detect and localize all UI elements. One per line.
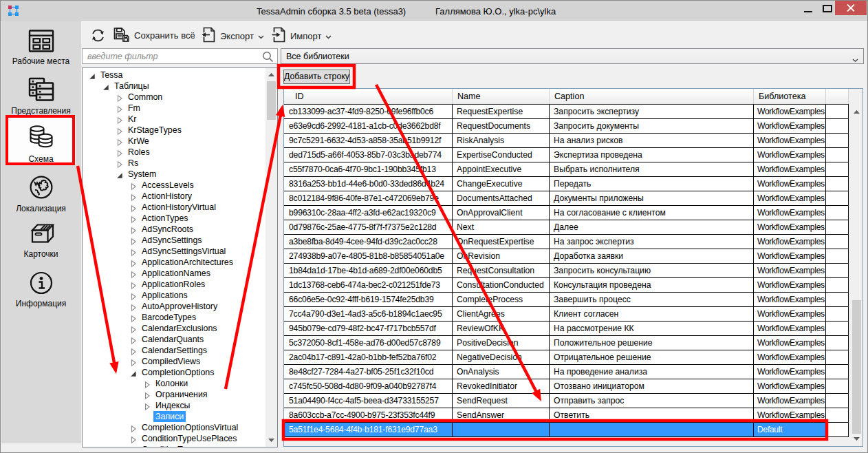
tree-node[interactable]: CompiledViews bbox=[130, 356, 202, 367]
tree-collapsed-icon[interactable] bbox=[144, 380, 151, 387]
table-row-selected[interactable]: 5a51f1e4-5684-4f4b-b181-f631e9d77aa3Defa… bbox=[284, 423, 849, 437]
sidebar-item-schema[interactable]: Схема bbox=[6, 116, 76, 165]
refresh-button[interactable] bbox=[90, 28, 111, 45]
column-header-Caption[interactable]: Caption bbox=[550, 89, 754, 104]
tree-collapsed-icon[interactable] bbox=[144, 402, 151, 409]
table-row[interactable]: 66c06e5e-0c92-4fff-b619-1574fe25db39Comp… bbox=[284, 293, 849, 307]
table-row[interactable]: 1b84da1d-17be-4b1d-a689-2df00e060db5Requ… bbox=[284, 264, 849, 278]
sidebar-item-info[interactable]: Информация bbox=[6, 267, 76, 307]
tree-node[interactable]: Fm bbox=[116, 103, 142, 114]
tree-collapsed-icon[interactable] bbox=[130, 358, 137, 365]
tree-node[interactable]: CompletionOptionsVirtual bbox=[130, 422, 240, 433]
tree-collapsed-icon[interactable] bbox=[116, 105, 123, 112]
tree-expanded-icon[interactable] bbox=[102, 83, 109, 89]
tree-collapsed-icon[interactable] bbox=[116, 149, 123, 156]
table-row[interactable]: 8c012184-9f86-40fe-87e1-c472069eb79eDocu… bbox=[284, 191, 849, 206]
table-row[interactable]: 945b079e-cd79-48f2-bc47-f717bcb557dfRevi… bbox=[284, 322, 849, 336]
table-row[interactable]: 5c372050-8cf1-458e-ad76-d00ed57c8789Posi… bbox=[284, 336, 849, 350]
save-all-button[interactable]: Сохранить всё bbox=[113, 27, 195, 44]
table-row[interactable]: a3be8fba-8d49-4cee-94fd-d39c2ac0cc28OnRe… bbox=[284, 235, 849, 249]
tree-node[interactable]: BarcodeTypes bbox=[130, 312, 198, 323]
tree-node[interactable]: Tessa bbox=[89, 70, 124, 81]
tree-collapsed-icon[interactable] bbox=[130, 259, 137, 266]
table-row[interactable]: 7cc4a790-d3e1-4ad3-a5c6-b1894c1aec95Clie… bbox=[284, 307, 849, 322]
tree-node[interactable]: ActionHistory bbox=[130, 191, 194, 202]
add-row-button[interactable]: Добавить строку bbox=[283, 70, 350, 84]
tree-node[interactable]: Колонки bbox=[144, 378, 190, 389]
tree-collapsed-icon[interactable] bbox=[130, 182, 137, 189]
tree-node[interactable]: ActionTypes bbox=[130, 213, 191, 224]
tree-node[interactable]: KrWe bbox=[116, 136, 151, 147]
tree-node[interactable]: Записи bbox=[144, 411, 186, 422]
tree-collapsed-icon[interactable] bbox=[130, 292, 137, 299]
table-row[interactable]: cb133099-ac37-4fd9-8250-69fe96ffb0c6Requ… bbox=[284, 105, 849, 119]
column-header-ID[interactable]: ID bbox=[284, 89, 453, 104]
tree-collapsed-icon[interactable] bbox=[130, 446, 137, 447]
table-row[interactable]: c55f7870-0ca6-4f70-9bc1-190bb345fb13Appo… bbox=[284, 162, 849, 177]
tree-collapsed-icon[interactable] bbox=[130, 303, 137, 310]
scroll-down-icon[interactable] bbox=[265, 434, 277, 446]
table-scrollbar-thumb[interactable] bbox=[852, 300, 861, 434]
tree-node[interactable]: Rs bbox=[116, 158, 140, 169]
tree-node[interactable]: Applications bbox=[130, 290, 190, 301]
table-row[interactable]: c745fc50-508d-4d80-9f09-a040b92787f4Revo… bbox=[284, 379, 849, 394]
scroll-up-icon[interactable] bbox=[265, 69, 277, 81]
tree-node[interactable]: ApplicationNames bbox=[130, 268, 213, 279]
maximize-button[interactable] bbox=[819, 1, 836, 16]
tree-node[interactable]: AdSyncSettingsVirtual bbox=[130, 246, 228, 257]
scroll-down-icon[interactable] bbox=[851, 433, 862, 445]
tree-node[interactable]: System bbox=[116, 169, 158, 180]
tree-node[interactable]: AccessLevels bbox=[130, 180, 196, 191]
tree-collapsed-icon[interactable] bbox=[130, 347, 137, 354]
table-scrollbar[interactable] bbox=[851, 105, 862, 446]
table-row[interactable]: 51a04490-f4cc-4af5-beea-d34733155257Send… bbox=[284, 394, 849, 408]
tree-collapsed-icon[interactable] bbox=[130, 336, 137, 343]
tree-node[interactable]: CalendarExclusions bbox=[130, 323, 219, 334]
tree-collapsed-icon[interactable] bbox=[130, 237, 137, 244]
tree-collapsed-icon[interactable] bbox=[130, 248, 137, 255]
tree-node[interactable]: AdSyncSettings bbox=[130, 235, 204, 246]
column-header-Библиотека[interactable]: Библиотека bbox=[754, 89, 826, 104]
import-button[interactable]: Импорт bbox=[272, 27, 332, 45]
tree-node[interactable]: Common bbox=[116, 92, 164, 103]
tree-node[interactable]: ApplicationRoles bbox=[130, 279, 207, 290]
tree-node[interactable]: KrStageTypes bbox=[116, 125, 184, 136]
tree-collapsed-icon[interactable] bbox=[130, 193, 137, 200]
table-row[interactable]: 1dc13768-ceb6-474a-bec2-c021251fde73Cons… bbox=[284, 278, 849, 293]
tree-collapsed-icon[interactable] bbox=[130, 435, 137, 442]
tree-node[interactable]: Индексы bbox=[144, 400, 193, 411]
tree-collapsed-icon[interactable] bbox=[130, 270, 137, 277]
table-row[interactable]: e63e9cd6-2992-4181-a1cb-c0de3662bd8fRequ… bbox=[284, 119, 849, 134]
sidebar-item-workspaces[interactable]: Рабочие места bbox=[6, 25, 76, 67]
close-button[interactable] bbox=[835, 1, 867, 15]
tree-collapsed-icon[interactable] bbox=[116, 94, 123, 101]
tree-collapsed-icon[interactable] bbox=[130, 314, 137, 321]
tree-collapsed-icon[interactable] bbox=[130, 325, 137, 332]
export-button[interactable]: Экспорт bbox=[202, 27, 264, 45]
table-row[interactable]: 9c7c5291-6632-4d53-a858-35ab51b9912fRisk… bbox=[284, 134, 849, 148]
tree-expanded-icon[interactable] bbox=[89, 72, 96, 78]
sidebar-item-cards[interactable]: Карточки bbox=[6, 218, 76, 260]
tree-scrollbar[interactable] bbox=[265, 68, 277, 447]
scroll-up-icon[interactable] bbox=[851, 106, 862, 118]
tree-collapsed-icon[interactable] bbox=[116, 160, 123, 167]
tree-collapsed-icon[interactable] bbox=[116, 116, 123, 123]
tree-collapsed-icon[interactable] bbox=[130, 226, 137, 233]
tree-node[interactable]: CalendarSettings bbox=[130, 345, 209, 356]
tree-node[interactable]: Ограничения bbox=[144, 389, 210, 400]
minimize-button[interactable] bbox=[799, 1, 819, 16]
sidebar-item-localization[interactable]: Локализация bbox=[6, 170, 76, 213]
table-row[interactable]: 8e48cf27-7284-4a27-bf05-25f1c32f10cdOnAn… bbox=[284, 365, 849, 379]
tree-node[interactable]: AutoApproveHistory bbox=[130, 301, 219, 312]
table-row[interactable]: 0d79876c-25ae-4775-8f7f-f7375e2c128dNext… bbox=[284, 220, 849, 235]
table-row[interactable]: 274938b9-a07e-4805-81b8-b85854051a0eOnRe… bbox=[284, 249, 849, 264]
tree-collapsed-icon[interactable] bbox=[130, 281, 137, 288]
tree-node[interactable]: Таблицы bbox=[102, 81, 151, 92]
sidebar-item-views[interactable]: Представления bbox=[6, 72, 76, 115]
tree-expanded-icon[interactable] bbox=[116, 171, 123, 178]
table-row[interactable]: 8a603ccb-a7cc-4900-b975-23f353fc44f9Send… bbox=[284, 408, 849, 423]
tree-node[interactable]: ApplicationArchitectures bbox=[130, 257, 235, 268]
tree-node[interactable]: Kr bbox=[116, 114, 138, 125]
tree-node[interactable]: CalendarQuants bbox=[130, 334, 206, 345]
filter-input[interactable] bbox=[83, 49, 265, 63]
